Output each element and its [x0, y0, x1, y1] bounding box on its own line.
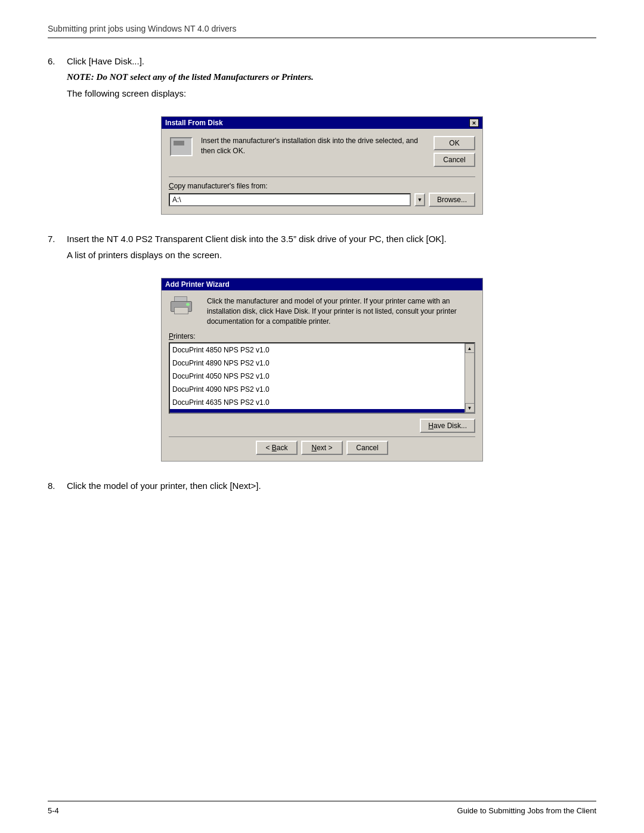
printers-scrollbar[interactable]: ▲ ▼ [465, 343, 474, 413]
disk-icon [170, 137, 193, 156]
printer-icon [171, 296, 192, 318]
have-disk-button[interactable]: Have Disk... [420, 419, 475, 433]
page-container: Submitting print jobs using Windows NT 4… [0, 0, 644, 833]
install-from-disk-title-bar: Install From Disk × [162, 117, 482, 129]
install-from-disk-buttons: OK Cancel [434, 136, 475, 167]
dialog-separator [169, 176, 475, 177]
install-from-disk-dialog: Install From Disk × Insert the manufactu… [161, 116, 483, 215]
step-7-text: Insert the NT 4.0 PS2 Transparent Client… [67, 234, 596, 244]
add-printer-wizard-dialog: Add Printer Wizard C [161, 278, 483, 462]
step-8-num: 8. [48, 481, 67, 491]
footer-title: Guide to Submitting Jobs from the Client [457, 806, 596, 815]
install-from-disk-dialog-wrapper: Install From Disk × Insert the manufactu… [48, 108, 596, 223]
step-7-following: A list of printers displays on the scree… [67, 250, 596, 260]
copy-from-label: Copy manufacturer's files from: [169, 182, 475, 190]
apw-separator [169, 436, 475, 437]
copy-from-input[interactable] [169, 193, 411, 206]
page-header: Submitting print jobs using Windows NT 4… [48, 24, 596, 38]
step-6-note: NOTE: Do NOT select any of the listed Ma… [67, 72, 596, 82]
copy-from-dropdown[interactable]: ▼ [414, 193, 425, 206]
printer-item-4090[interactable]: DocuPrint 4090 NPS PS2 v1.0 [170, 383, 474, 396]
copy-from-underline: C [169, 182, 174, 190]
step-6: 6. Click [Have Disk...]. NOTE: Do NOT se… [48, 56, 596, 223]
scroll-down-arrow[interactable]: ▼ [465, 403, 475, 413]
copy-from-row: ▼ Browse... [169, 193, 475, 207]
scroll-up-arrow[interactable]: ▲ [465, 343, 475, 353]
apw-have-disk-row: Have Disk... [169, 419, 475, 433]
page-header-text: Submitting print jobs using Windows NT 4… [48, 24, 236, 33]
page-footer: 5-4 Guide to Submitting Jobs from the Cl… [48, 801, 596, 815]
dialog-close-button[interactable]: × [469, 119, 479, 127]
printers-label: Printers: [169, 332, 475, 340]
step-6-line: 6. Click [Have Disk...]. [48, 56, 596, 66]
printers-list[interactable]: DocuPrint 4850 NPS PS2 v1.0 DocuPrint 48… [169, 342, 475, 414]
apw-message: Click the manufacturer and model of your… [207, 296, 475, 326]
step-8: 8. Click the model of your printer, then… [48, 481, 596, 491]
add-printer-wizard-dialog-wrapper: Add Printer Wizard C [48, 270, 596, 470]
install-cancel-button[interactable]: Cancel [434, 153, 475, 167]
step-6-text: Click [Have Disk...]. [67, 56, 596, 66]
apw-printer-icon-container [169, 296, 194, 318]
printer-item-4050[interactable]: DocuPrint 4050 NPS PS2 v1.0 [170, 370, 474, 383]
disk-icon-container [169, 136, 194, 157]
apw-title-bar: Add Printer Wizard [162, 278, 482, 290]
apw-title: Add Printer Wizard [165, 280, 230, 289]
step-8-text: Click the model of your printer, then cl… [67, 481, 596, 491]
printer-item-4635[interactable]: DocuPrint 4635 NPS PS2 v1.0 [170, 396, 474, 409]
install-from-disk-body: Insert the manufacturer's installation d… [162, 129, 482, 214]
footer-page-num: 5-4 [48, 806, 59, 815]
apw-top-row: Click the manufacturer and model of your… [169, 296, 475, 326]
have-disk-underline: H [428, 422, 434, 430]
install-ok-button[interactable]: OK [434, 136, 475, 150]
install-from-disk-title: Install From Disk [165, 119, 223, 127]
step-6-num: 6. [48, 56, 67, 66]
apw-next-button[interactable]: Next > [301, 441, 343, 455]
step-6-following: The following screen displays: [67, 88, 596, 98]
browse-button[interactable]: Browse... [429, 193, 475, 207]
apw-cancel-button[interactable]: Cancel [346, 441, 388, 455]
printers-label-underline: P [169, 332, 174, 340]
apw-back-button[interactable]: < Back [256, 441, 298, 455]
printer-item-180[interactable]: DocuPrint 180 NPS PS2 v1.0 [170, 409, 474, 414]
printer-item-4850[interactable]: DocuPrint 4850 NPS PS2 v1.0 [170, 343, 474, 357]
step-7-num: 7. [48, 234, 67, 244]
step-7: 7. Insert the NT 4.0 PS2 Transparent Cli… [48, 234, 596, 470]
step-7-line: 7. Insert the NT 4.0 PS2 Transparent Cli… [48, 234, 596, 244]
dialog-top-row: Insert the manufacturer's installation d… [169, 136, 475, 167]
apw-body: Click the manufacturer and model of your… [162, 290, 482, 461]
printers-list-inner: DocuPrint 4850 NPS PS2 v1.0 DocuPrint 48… [170, 343, 474, 414]
copy-from-label-text: Copy manufacturer's files from: [169, 182, 268, 190]
step-8-line: 8. Click the model of your printer, then… [48, 481, 596, 491]
printer-item-4890[interactable]: DocuPrint 4890 NPS PS2 v1.0 [170, 357, 474, 370]
install-from-disk-message: Insert the manufacturer's installation d… [201, 136, 428, 156]
apw-bottom-row: < Back Next > Cancel [169, 441, 475, 455]
